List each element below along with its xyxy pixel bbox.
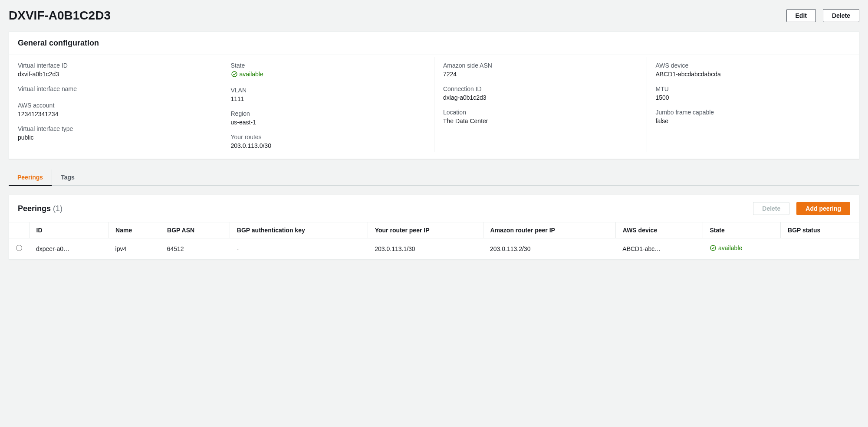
- amazon-asn-value: 7224: [443, 71, 638, 78]
- col-state[interactable]: State: [703, 222, 781, 238]
- row-select-radio[interactable]: [16, 245, 22, 251]
- cell-id: dxpeer-a0…: [29, 238, 108, 259]
- cell-bgp-status: [781, 238, 859, 259]
- region-value: us-east-1: [231, 119, 426, 126]
- region-label: Region: [231, 110, 426, 117]
- svg-point-1: [710, 245, 716, 251]
- col-name[interactable]: Name: [108, 222, 160, 238]
- cell-name: ipv4: [108, 238, 160, 259]
- aws-device-value: ABCD1-abcdabcdabcda: [656, 71, 851, 78]
- cell-bgp-auth-key: -: [230, 238, 368, 259]
- state-label: State: [231, 62, 426, 69]
- amazon-asn-label: Amazon side ASN: [443, 62, 638, 69]
- col-your-router-ip[interactable]: Your router peer IP: [368, 222, 483, 238]
- tab-tags[interactable]: Tags: [52, 169, 83, 186]
- jumbo-frame-label: Jumbo frame capable: [656, 109, 851, 116]
- col-bgp-asn[interactable]: BGP ASN: [160, 222, 230, 238]
- col-bgp-status[interactable]: BGP status: [781, 222, 859, 238]
- aws-device-label: AWS device: [656, 62, 851, 69]
- cell-your-router-ip: 203.0.113.1/30: [368, 238, 483, 259]
- cell-aws-device: ABCD1-abc…: [615, 238, 703, 259]
- check-circle-icon: [710, 244, 717, 251]
- check-circle-icon: [231, 71, 238, 78]
- peerings-delete-button[interactable]: Delete: [753, 202, 789, 215]
- col-aws-device[interactable]: AWS device: [615, 222, 703, 238]
- vlan-label: VLAN: [231, 87, 426, 94]
- tab-bar: Peerings Tags: [9, 169, 859, 186]
- col-bgp-auth-key[interactable]: BGP authentication key: [230, 222, 368, 238]
- aws-account-value: 123412341234: [18, 111, 213, 117]
- page-title: DXVIF-A0B1C2D3: [9, 9, 111, 23]
- tab-peerings[interactable]: Peerings: [9, 169, 52, 186]
- cell-bgp-asn: 64512: [160, 238, 230, 259]
- delete-button[interactable]: Delete: [823, 9, 859, 22]
- state-value: available: [231, 71, 263, 78]
- col-amazon-router-ip[interactable]: Amazon router peer IP: [483, 222, 615, 238]
- cell-amazon-router-ip: 203.0.113.2/30: [483, 238, 615, 259]
- location-value: The Data Center: [443, 117, 638, 124]
- table-row[interactable]: dxpeer-a0… ipv4 64512 - 203.0.113.1/30 2…: [9, 238, 859, 259]
- mtu-label: MTU: [656, 85, 851, 92]
- peerings-table: ID Name BGP ASN BGP authentication key Y…: [9, 222, 859, 259]
- col-id[interactable]: ID: [29, 222, 108, 238]
- location-label: Location: [443, 109, 638, 116]
- cell-state: available: [703, 238, 781, 259]
- general-configuration-title: General configuration: [18, 39, 99, 48]
- svg-point-0: [232, 72, 237, 77]
- vif-type-label: Virtual interface type: [18, 125, 213, 132]
- general-configuration-panel: General configuration Virtual interface …: [9, 31, 859, 159]
- edit-button[interactable]: Edit: [786, 9, 816, 22]
- vif-id-value: dxvif-a0b1c2d3: [18, 71, 213, 78]
- aws-account-label: AWS account: [18, 102, 213, 109]
- peerings-title: Peerings (1): [18, 204, 62, 213]
- jumbo-frame-value: false: [656, 117, 851, 124]
- peerings-count: (1): [53, 204, 62, 213]
- add-peering-button[interactable]: Add peering: [796, 202, 850, 215]
- vif-name-label: Virtual interface name: [18, 85, 213, 92]
- vif-id-label: Virtual interface ID: [18, 62, 213, 69]
- vif-type-value: public: [18, 134, 213, 141]
- routes-label: Your routes: [231, 134, 426, 140]
- vlan-value: 1111: [231, 95, 426, 102]
- connection-id-value: dxlag-a0b1c2d3: [443, 94, 638, 101]
- mtu-value: 1500: [656, 94, 851, 101]
- peerings-panel: Peerings (1) Delete Add peering ID Name …: [9, 195, 859, 260]
- routes-value: 203.0.113.0/30: [231, 142, 426, 149]
- connection-id-label: Connection ID: [443, 85, 638, 92]
